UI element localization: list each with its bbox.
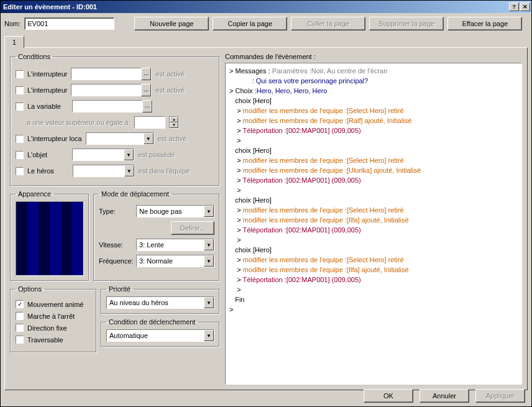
chevron-down-icon[interactable]: ▼ <box>204 255 214 267</box>
options-group: Options ✓Mouvement animé Marche à l'arrê… <box>10 285 97 353</box>
switch2-checkbox[interactable] <box>16 86 24 94</box>
appearance-preview[interactable] <box>16 201 84 276</box>
tab-1[interactable]: 1 <box>4 36 24 48</box>
ok-button[interactable]: OK <box>364 389 413 403</box>
priority-select[interactable]: Au niveau du héros▼ <box>106 296 214 309</box>
chevron-down-icon[interactable]: ▼ <box>204 330 214 341</box>
through-checkbox[interactable] <box>16 336 24 344</box>
cancel-button[interactable]: Annuler <box>420 389 469 403</box>
chevron-down-icon[interactable]: ▼ <box>204 239 214 250</box>
conditions-group: Conditions L'interrupteur ... est activé… <box>10 53 220 186</box>
switch2-select[interactable]: ... <box>71 84 152 96</box>
copy-page-button[interactable]: Copier la page <box>213 17 287 30</box>
ellipsis-icon[interactable]: ... <box>141 68 151 80</box>
event-command-list[interactable]: > Messages : Paramètres :Noir, Au centre… <box>225 63 522 385</box>
commands-label: Commandes de l'évènement : <box>225 53 522 60</box>
paste-page-button: Coller la page <box>291 17 365 30</box>
movement-group: Mode de déplacement Type: Ne bouge pas▼ … <box>93 190 220 281</box>
move-speed-select[interactable]: 3: Lente▼ <box>136 239 214 251</box>
variable-value[interactable] <box>134 116 165 129</box>
chevron-up-icon: ▲ <box>170 117 178 122</box>
help-button[interactable]: ? <box>509 2 519 11</box>
trigger-select[interactable]: Automatique▼ <box>106 329 214 342</box>
switch1-checkbox[interactable] <box>16 70 24 78</box>
chevron-down-icon[interactable]: ▼ <box>124 165 134 176</box>
chevron-down-icon[interactable]: ▼ <box>204 297 214 308</box>
ellipsis-icon[interactable]: ... <box>142 100 152 112</box>
chevron-down-icon[interactable]: ▼ <box>144 133 154 144</box>
localswitch-checkbox[interactable] <box>16 135 24 143</box>
delete-page-button: Supprimer la page <box>369 17 444 30</box>
move-type-select[interactable]: Ne bouge pas▼ <box>136 205 214 217</box>
localswitch-select[interactable]: ▼ <box>86 132 154 145</box>
variable-select[interactable]: ... <box>72 100 153 112</box>
move-freq-select[interactable]: 3: Normale▼ <box>136 255 214 267</box>
item-select[interactable]: ▼ <box>72 149 134 161</box>
name-label: Nom: <box>4 20 21 27</box>
clear-page-button[interactable]: Effacer la page <box>447 17 522 30</box>
close-button[interactable]: ✕ <box>520 2 530 11</box>
anim-move-checkbox[interactable]: ✓ <box>16 300 24 308</box>
switch1-select[interactable]: ... <box>71 68 152 80</box>
ellipsis-icon[interactable]: ... <box>141 84 151 96</box>
hero-select[interactable]: ▼ <box>73 165 135 177</box>
dir-fix-checkbox[interactable] <box>16 324 24 332</box>
define-route-button: Definir... <box>171 221 214 235</box>
event-editor-window: Editer un évènement - ID:001 ? ✕ Nom: No… <box>0 0 532 407</box>
anim-stop-checkbox[interactable] <box>16 312 24 320</box>
window-title: Editer un évènement - ID:001 <box>3 3 508 11</box>
trigger-group: Condition de déclenchement Automatique▼ <box>101 318 220 347</box>
apply-button: Appliquer <box>475 389 525 403</box>
variable-spinner[interactable]: ▲▼ <box>169 116 179 129</box>
chevron-down-icon[interactable]: ▼ <box>204 206 214 217</box>
new-page-button[interactable]: Nouvelle page <box>134 17 209 30</box>
hero-checkbox[interactable] <box>16 167 24 175</box>
name-input[interactable] <box>24 17 114 30</box>
chevron-down-icon[interactable]: ▼ <box>124 149 134 160</box>
item-checkbox[interactable] <box>16 151 24 159</box>
titlebar[interactable]: Editer un évènement - ID:001 ? ✕ <box>1 1 531 13</box>
variable-checkbox[interactable] <box>16 103 24 111</box>
priority-group: Priorité Au niveau du héros▼ <box>101 285 220 314</box>
chevron-down-icon: ▼ <box>170 122 178 128</box>
appearance-group: Apparence <box>10 190 89 281</box>
conditions-legend: Conditions <box>16 53 53 60</box>
